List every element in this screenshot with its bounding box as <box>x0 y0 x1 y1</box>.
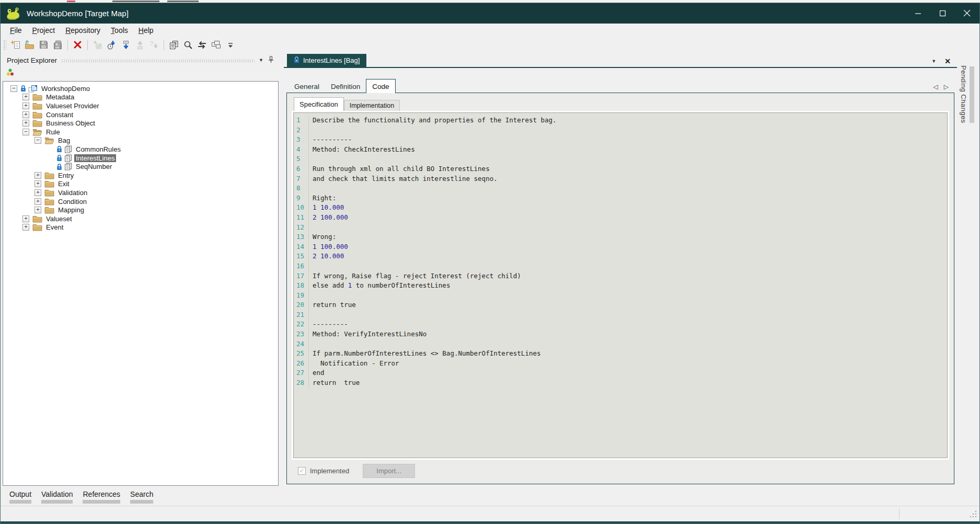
tree-node-validation[interactable]: +Validation <box>3 188 278 197</box>
new-project-icon[interactable] <box>8 38 22 51</box>
maximize-button[interactable] <box>930 3 955 24</box>
pending-changes-tab[interactable]: Pending Changes <box>960 65 974 123</box>
compare-icon[interactable] <box>195 38 209 51</box>
tree-node-rule[interactable]: −Rule <box>3 128 278 136</box>
tree-node-interestlines[interactable]: InterestLines <box>3 154 278 163</box>
tree-node-entry[interactable]: +Entry <box>3 171 278 180</box>
toolbar-drag-handle[interactable] <box>3 40 6 50</box>
panel-splitter[interactable] <box>280 53 284 488</box>
document-close-icon[interactable]: ✕ <box>944 58 951 64</box>
tree-expander-plus[interactable]: + <box>34 198 41 205</box>
overflow-icon[interactable] <box>223 38 237 51</box>
code-line: 7and check that limits match interestlin… <box>295 174 947 184</box>
tree-node-valueset[interactable]: +Valueset <box>3 214 278 223</box>
tree-expander-plus[interactable]: + <box>34 180 41 187</box>
toolbar-separator <box>87 40 88 50</box>
panel-drag-texture[interactable] <box>61 59 255 63</box>
tree-node-workshopdemo[interactable]: −WorkshopDemo <box>3 84 278 93</box>
bottom-panel-tabs: OutputValidationReferencesSearch <box>1 488 979 506</box>
tree-node-exit[interactable]: +Exit <box>3 180 278 189</box>
tree-expander-plus[interactable]: + <box>34 172 41 179</box>
minimize-button[interactable] <box>906 3 930 24</box>
add-check-icon[interactable] <box>90 38 105 51</box>
close-button[interactable] <box>955 3 979 24</box>
menu-repository[interactable]: Repository <box>60 25 106 36</box>
resize-grip[interactable] <box>970 510 977 519</box>
tree-node-business-object[interactable]: +Business Object <box>3 119 278 128</box>
menu-project[interactable]: Project <box>27 25 61 36</box>
undo-checkout-icon[interactable] <box>133 38 147 51</box>
tree-expander-plus[interactable]: + <box>22 111 29 118</box>
tab-scroll-left-icon[interactable]: ◁ <box>933 83 938 90</box>
save-icon[interactable] <box>37 38 51 51</box>
tree-node-metadata[interactable]: +Metadata <box>3 93 278 102</box>
menu-tools[interactable]: Tools <box>106 25 133 36</box>
search-icon[interactable] <box>181 38 195 51</box>
tree-expander-minus[interactable]: − <box>22 129 29 135</box>
line-number: 8 <box>295 184 309 193</box>
bottom-tab-output[interactable]: Output <box>6 490 35 506</box>
tree-expander-minus[interactable]: − <box>10 85 17 92</box>
document-list-arrow-icon[interactable]: ▼ <box>931 59 936 64</box>
document-tab-interestlines[interactable]: InterestLines [Bag] <box>287 54 366 67</box>
import-button[interactable]: Import... <box>363 464 415 478</box>
tree-node-condition[interactable]: +Condition <box>3 197 278 206</box>
implemented-checkbox[interactable]: ✓ <box>298 467 306 475</box>
subtab-implementation[interactable]: Implementation <box>344 100 400 111</box>
lock-icon <box>56 154 62 162</box>
folder-icon <box>32 119 42 127</box>
check-in-icon[interactable]: ? <box>147 38 161 51</box>
tree-expander-plus[interactable]: + <box>22 215 29 222</box>
line-number: 19 <box>295 291 309 301</box>
bottom-tab-validation[interactable]: Validation <box>38 490 76 506</box>
tree-node-bag[interactable]: −Bag <box>3 136 278 145</box>
bottom-tab-references[interactable]: References <box>79 490 124 506</box>
tree-node-seqnumber[interactable]: SeqNumber <box>3 162 278 171</box>
subtab-specification[interactable]: Specification <box>294 97 344 111</box>
status-dots-icon[interactable] <box>6 68 15 78</box>
tree-node-label: Valueset <box>44 215 74 223</box>
tree-expander-plus[interactable]: + <box>34 189 41 196</box>
project-icon <box>28 85 38 93</box>
save-all-icon[interactable] <box>51 38 65 51</box>
tree-expander-minus[interactable]: − <box>34 137 41 144</box>
statusbar-separator <box>899 508 900 519</box>
tree-expander-plus[interactable]: + <box>22 102 29 109</box>
tab-code[interactable]: Code <box>366 79 395 93</box>
tab-definition[interactable]: Definition <box>325 80 366 93</box>
code-line: 22--------- <box>295 320 947 329</box>
menu-file[interactable]: File <box>5 25 27 36</box>
check-out-icon[interactable] <box>105 38 119 51</box>
tab-general[interactable]: General <box>289 80 325 93</box>
tree-expander-plus[interactable]: + <box>34 207 41 213</box>
code-editor[interactable]: 1Describe the functionality and properti… <box>294 113 947 458</box>
lock-icon <box>294 56 299 65</box>
tree-expander-plus[interactable]: + <box>22 224 29 231</box>
menu-help[interactable]: Help <box>133 25 159 36</box>
delete-icon[interactable] <box>71 38 85 51</box>
line-number: 7 <box>295 174 309 184</box>
get-latest-icon[interactable] <box>119 38 133 51</box>
properties-icon[interactable] <box>167 38 181 51</box>
tree-node-valueset-provider[interactable]: +Valueset Provider <box>3 101 278 110</box>
tree-expander-plus[interactable]: + <box>22 120 29 127</box>
folder-icon <box>32 102 42 110</box>
window-bottom-edge <box>1 521 979 523</box>
tree-node-mapping[interactable]: +Mapping <box>3 206 278 214</box>
tree-node-label: Validation <box>56 189 89 197</box>
folder-icon <box>44 180 54 188</box>
bottom-tab-search[interactable]: Search <box>126 490 157 506</box>
tree-node-constant[interactable]: +Constant <box>3 110 278 119</box>
panel-pin-icon[interactable] <box>268 56 274 65</box>
tree-node-event[interactable]: +Event <box>3 223 278 232</box>
panel-menu-arrow-icon[interactable]: ▼ <box>259 58 263 63</box>
line-number: 1 <box>295 116 309 126</box>
tab-scroll-right-icon[interactable]: ▷ <box>944 83 949 90</box>
line-number: 28 <box>295 378 309 388</box>
open-project-icon[interactable] <box>22 38 37 51</box>
tree-node-label: Entry <box>56 172 75 179</box>
windows-icon[interactable] <box>209 38 223 51</box>
tree-expander-plus[interactable]: + <box>22 94 29 100</box>
tree-node-commonrules[interactable]: CommonRules <box>3 145 278 154</box>
tree-node-label: InterestLines <box>74 154 116 162</box>
